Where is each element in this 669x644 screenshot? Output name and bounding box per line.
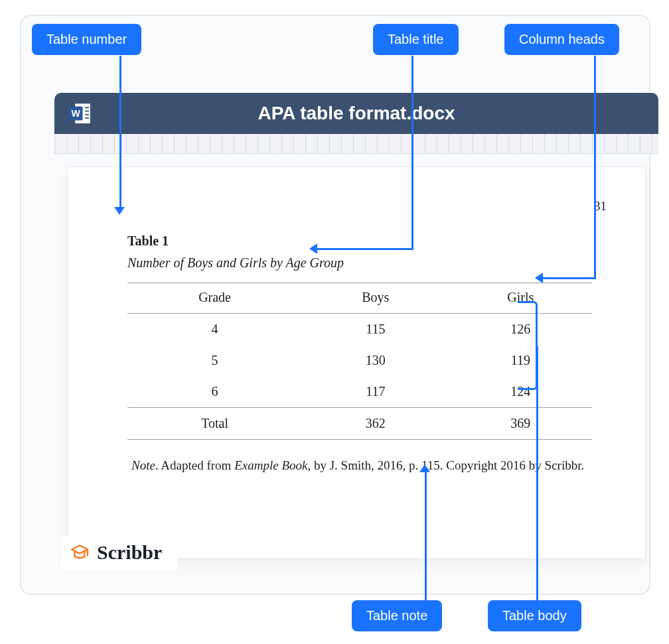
brand-name: Scribbr xyxy=(97,541,162,564)
arrow-line xyxy=(594,56,596,279)
cell: 369 xyxy=(449,408,592,440)
ruler xyxy=(54,134,658,154)
table-number-text: Table 1 xyxy=(127,233,592,249)
note-text: . Adapted from xyxy=(155,458,234,472)
diagram-canvas: W APA table format.docx 31 Table 1 Numbe… xyxy=(20,15,650,595)
cell: 362 xyxy=(302,408,449,440)
svg-text:W: W xyxy=(71,108,80,119)
arrow-line xyxy=(317,248,413,250)
arrow-line xyxy=(411,56,413,249)
arrow-line xyxy=(536,346,538,601)
cell: 115 xyxy=(302,314,449,346)
column-head: Grade xyxy=(127,283,302,314)
arrow-head-icon xyxy=(114,207,125,215)
table-title-text: Number of Boys and Girls by Age Group xyxy=(127,255,592,271)
cell: 4 xyxy=(127,314,302,346)
tag-table-number: Table number xyxy=(32,24,141,55)
cell: 130 xyxy=(302,345,449,376)
arrow-line xyxy=(425,472,427,601)
note-text: , by J. Smith, 2016, p. 115. Copyright 2… xyxy=(307,458,584,472)
cell: 117 xyxy=(302,376,449,408)
arrow-line xyxy=(543,277,596,279)
arrow-head-icon xyxy=(535,273,543,283)
tag-table-body: Table body xyxy=(488,600,581,631)
tag-column-heads: Column heads xyxy=(504,24,619,55)
brand-logo: Scribbr xyxy=(61,535,178,570)
document-filename: APA table format.docx xyxy=(94,103,658,124)
word-icon: W xyxy=(66,99,94,127)
table-total-row: Total 362 369 xyxy=(127,408,592,440)
tag-table-title: Table title xyxy=(373,24,459,55)
arrow-head-icon xyxy=(309,243,317,254)
bracket xyxy=(518,301,538,390)
note-label: Note xyxy=(131,458,155,472)
document-page: 31 Table 1 Number of Boys and Girls by A… xyxy=(68,167,645,558)
arrow-line xyxy=(119,56,121,208)
column-head: Boys xyxy=(302,283,449,314)
cell: 6 xyxy=(127,376,302,408)
tag-table-note: Table note xyxy=(352,600,442,631)
cell: 5 xyxy=(127,345,302,376)
word-titlebar: W APA table format.docx xyxy=(54,93,658,134)
table-note: Note. Adapted from Example Book, by J. S… xyxy=(127,458,592,473)
note-book: Example Book xyxy=(234,458,307,472)
cell: Total xyxy=(127,408,302,440)
scribbr-icon xyxy=(68,541,92,564)
arrow-head-icon xyxy=(419,464,430,472)
